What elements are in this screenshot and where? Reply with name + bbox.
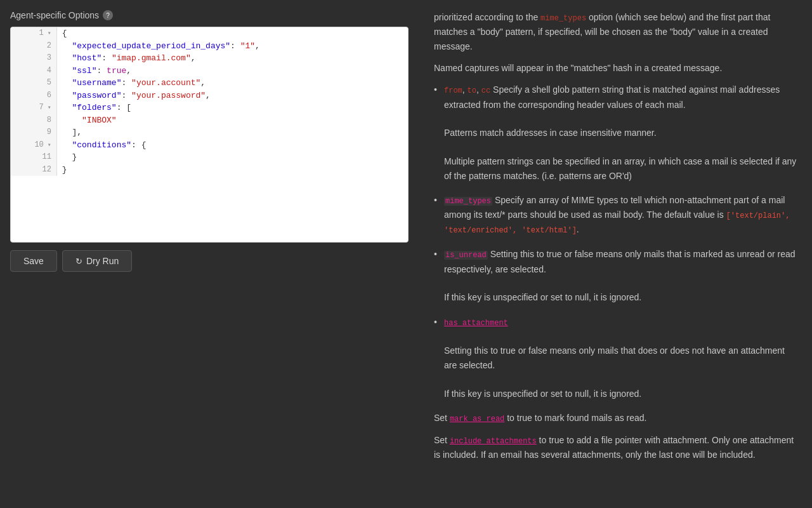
option-is-unread: is_unread Setting this to true or false … xyxy=(434,247,797,304)
code-content-12: } xyxy=(56,164,408,177)
refresh-icon: ↻ xyxy=(75,257,82,266)
is-unread-null-text: If this key is unspecified or set to nul… xyxy=(444,292,641,302)
option-from-to-cc: from, to, cc Specify a shell glob patter… xyxy=(434,83,797,183)
code-row-3: 3 "host": "imap.gmail.com", xyxy=(11,52,408,65)
to-label: to xyxy=(468,86,476,95)
code-content-6: "password": "your.password", xyxy=(56,90,408,102)
footer-mark-as-read: Set mark_as_read to true to mark found m… xyxy=(434,411,797,425)
button-row: Save ↻ Dry Run xyxy=(10,250,409,272)
intro-text-1: prioritized according to the mime_types … xyxy=(434,10,797,53)
line-num-9: 9 xyxy=(11,126,56,139)
code-row-12: 12 } xyxy=(11,164,408,177)
line-num-12: 12 xyxy=(11,164,56,177)
dry-run-label: Dry Run xyxy=(86,256,119,266)
code-row-7: 7 "folders": [ xyxy=(11,102,408,114)
line-num-1: 1 xyxy=(11,27,56,40)
is-unread-text: Setting this to true or false means only… xyxy=(444,249,796,274)
code-content-5: "username": "your.account", xyxy=(56,77,408,90)
code-row-4: 4 "ssl": true, xyxy=(11,65,408,77)
options-list: from, to, cc Specify a shell glob patter… xyxy=(434,83,797,401)
left-panel: Agent-specific Options ? 1 { 2 "expected… xyxy=(0,0,419,508)
code-content-10: "conditions": { xyxy=(56,139,408,152)
dry-run-button[interactable]: ↻ Dry Run xyxy=(62,250,132,272)
code-content-7: "folders": [ xyxy=(56,102,408,114)
from-to-cc-text: Specify a shell glob pattern string that… xyxy=(444,84,780,109)
patterns-array-text: Multiple pattern strings can be specifie… xyxy=(444,156,796,180)
mime-types-ref-1: mime_types xyxy=(540,14,586,23)
mime-types-label: mime_types xyxy=(444,197,492,206)
code-content-4: "ssl": true, xyxy=(56,65,408,77)
code-row-2: 2 "expected_update_period_in_days": "1", xyxy=(11,40,408,53)
is-unread-label: is_unread xyxy=(444,251,488,260)
code-content-2: "expected_update_period_in_days": "1", xyxy=(56,40,408,53)
line-num-8: 8 xyxy=(11,114,56,127)
line-num-4: 4 xyxy=(11,65,56,77)
right-panel: prioritized according to the mime_types … xyxy=(419,0,812,508)
line-num-5: 5 xyxy=(11,77,56,90)
line-num-7: 7 xyxy=(11,102,56,114)
code-row-8: 8 "INBOX" xyxy=(11,114,408,127)
line-num-6: 6 xyxy=(11,90,56,102)
code-content-1: { xyxy=(56,27,408,40)
mark-as-read-label: mark_as_read xyxy=(450,415,504,424)
code-row-5: 5 "username": "your.account", xyxy=(11,77,408,90)
code-row-6: 6 "password": "your.password", xyxy=(11,90,408,102)
code-content-3: "host": "imap.gmail.com", xyxy=(56,52,408,65)
code-table: 1 { 2 "expected_update_period_in_days": … xyxy=(11,27,408,176)
code-editor[interactable]: 1 { 2 "expected_update_period_in_days": … xyxy=(10,27,409,243)
line-num-3: 3 xyxy=(11,52,56,65)
option-mime-types: mime_types Specify an array of MIME type… xyxy=(434,193,797,237)
code-row-11: 11 } xyxy=(11,151,408,164)
line-num-2: 2 xyxy=(11,40,56,53)
has-attachment-text: Setting this to true or false means only… xyxy=(444,345,785,370)
section-header: Agent-specific Options ? xyxy=(10,10,409,20)
line-num-10: 10 xyxy=(11,139,56,152)
footer-include-attachments: Set include_attachments to true to add a… xyxy=(434,433,797,462)
cc-label: cc xyxy=(481,86,490,95)
line-num-11: 11 xyxy=(11,151,56,164)
has-attachment-label: has_attachment xyxy=(444,319,508,328)
help-icon[interactable]: ? xyxy=(103,10,113,20)
code-content-9: ], xyxy=(56,126,408,139)
code-row-9: 9 ], xyxy=(11,126,408,139)
section-title: Agent-specific Options xyxy=(10,10,99,20)
code-content-8: "INBOX" xyxy=(56,114,408,127)
code-row-10: 10 "conditions": { xyxy=(11,139,408,152)
has-attachment-null-text: If this key is unspecified or set to nul… xyxy=(444,389,641,399)
option-has-attachment: has_attachment Setting this to true or f… xyxy=(434,315,797,401)
code-content-11: } xyxy=(56,151,408,164)
intro-text-2: Named captures will appear in the "match… xyxy=(434,61,797,75)
save-button[interactable]: Save xyxy=(10,250,57,272)
patterns-case-text: Patterns match addresses in case insensi… xyxy=(444,128,657,138)
code-row-1: 1 { xyxy=(11,27,408,40)
from-to-cc-label: from xyxy=(444,86,462,95)
include-attachments-label: include_attachments xyxy=(450,437,537,446)
